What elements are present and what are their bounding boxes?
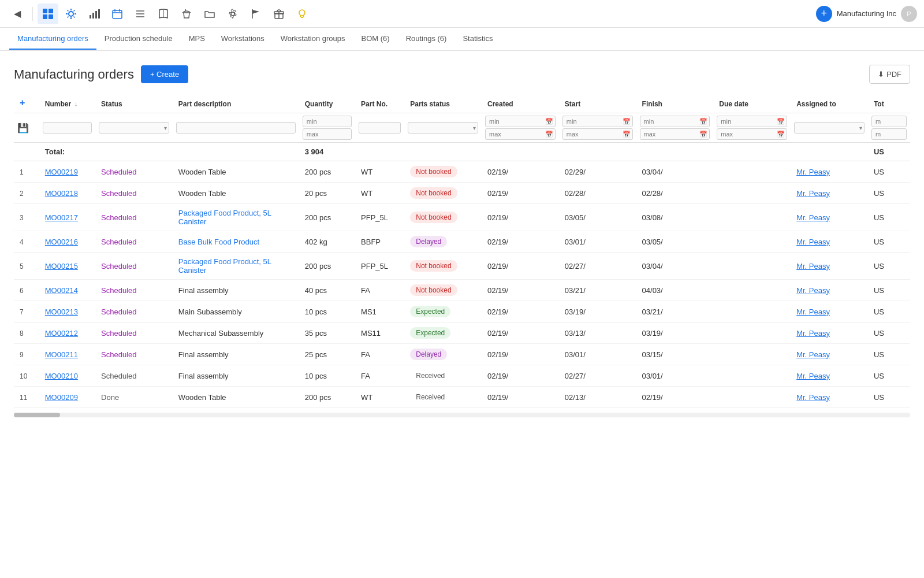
nav-manufacturing-orders[interactable]: Manufacturing orders [9,28,96,50]
order-link[interactable]: MO00209 [45,393,78,402]
status-text: Scheduled [101,286,136,295]
save-filter-icon[interactable]: 💾 [17,123,29,133]
created-date: 02/19/ [487,307,508,316]
filter-partno-input[interactable] [359,122,401,134]
add-row-button[interactable]: + [20,98,25,108]
assigned-person[interactable]: Mr. Peasy [796,307,830,316]
col-quantity-header[interactable]: Quantity [299,93,355,113]
bulb-icon[interactable] [292,3,312,24]
assigned-person[interactable]: Mr. Peasy [796,262,830,271]
col-created-header[interactable]: Created [482,93,559,113]
status-text: Scheduled [101,213,136,222]
filter-finish-max-wrap: 📅 [640,128,710,140]
gift-icon[interactable] [269,3,289,24]
part-description: Wooden Table [178,189,226,198]
table-row: 9 MO00211 Scheduled Final assembly 25 pc… [14,344,910,365]
filter-part-desc-input[interactable] [176,122,296,134]
nav-production-schedule[interactable]: Production schedule [96,28,181,50]
create-button[interactable]: + Create [141,65,188,83]
nav-routings[interactable]: Routings (6) [398,28,455,50]
order-link[interactable]: MO00219 [45,168,78,176]
flag-icon[interactable] [245,3,266,24]
order-link[interactable]: MO00210 [45,372,78,380]
row-number: 8 [20,329,24,338]
part-description[interactable]: Packaged Food Product, 5L Canister [178,209,271,226]
row-parts-status-cell: Received [404,365,482,387]
folder-icon[interactable] [199,3,220,24]
order-link[interactable]: MO00218 [45,189,78,198]
gear-icon[interactable] [222,3,243,24]
col-number-header[interactable]: Number ↓ [39,93,95,113]
horizontal-scrollbar[interactable] [14,413,910,417]
calendar-icon[interactable] [107,3,128,24]
nav-workstation-groups[interactable]: Workstation groups [273,28,353,50]
filter-qty-max-input[interactable] [303,128,352,140]
filter-parts-status-input[interactable] [408,122,478,134]
assigned-person[interactable]: Mr. Peasy [796,189,830,198]
row-partno-cell: MS11 [355,323,404,344]
col-status-header[interactable]: Status [95,93,173,113]
assigned-person[interactable]: Mr. Peasy [796,350,830,359]
bucket-icon[interactable] [176,3,197,24]
total-label: Total: [45,147,65,156]
book-icon[interactable] [153,3,174,24]
filter-number-input[interactable] [43,122,92,134]
row-finish-cell: 02/19/ [636,387,714,408]
filter-qty-min-input[interactable] [303,116,352,127]
sun-icon[interactable] [61,3,81,24]
nav-bom[interactable]: BOM (6) [353,28,398,50]
row-status-cell: Scheduled [95,280,173,301]
assigned-person[interactable]: Mr. Peasy [796,213,830,222]
total-desc-cell [173,143,299,161]
col-start-header[interactable]: Start [559,93,636,113]
assigned-person[interactable]: Mr. Peasy [796,168,830,176]
col-partno-header[interactable]: Part No. [355,93,404,113]
assigned-person[interactable]: Mr. Peasy [796,372,830,380]
chart-icon[interactable] [84,3,105,24]
assigned-person[interactable]: Mr. Peasy [796,329,830,338]
col-total-header[interactable]: Tot [868,93,910,113]
filter-total-min-input[interactable] [871,116,907,127]
order-link[interactable]: MO00216 [45,238,78,246]
col-parts-status-header[interactable]: Parts status [404,93,482,113]
order-link[interactable]: MO00212 [45,329,78,338]
row-created-cell: 02/19/ [482,280,559,301]
col-finish-header[interactable]: Finish [636,93,714,113]
add-new-button[interactable]: + [816,6,832,22]
row-part-desc-cell: Final assembly [173,280,299,301]
order-link[interactable]: MO00215 [45,262,78,271]
col-due-header[interactable]: Due date [713,93,791,113]
quantity-value: 20 pcs [305,189,327,198]
user-avatar[interactable]: P [901,6,917,22]
order-link[interactable]: MO00213 [45,307,78,316]
col-part-desc-header[interactable]: Part description [173,93,299,113]
assigned-person[interactable]: Mr. Peasy [796,393,830,402]
filter-assigned-input[interactable] [794,122,865,134]
assigned-person[interactable]: Mr. Peasy [796,238,830,246]
finish-date: 03/01/ [642,372,663,380]
list-icon[interactable] [130,3,151,24]
filter-status-input[interactable] [99,122,169,134]
order-link[interactable]: MO00211 [45,350,78,359]
col-add-header: + [14,93,39,113]
app-logo-icon[interactable] [38,3,58,24]
nav-mps[interactable]: MPS [181,28,213,50]
filter-number-cell [39,113,95,143]
nav-workstations[interactable]: Workstations [213,28,273,50]
back-button[interactable]: ◀ [7,3,28,24]
pdf-button[interactable]: ⬇ PDF [869,65,910,84]
filter-total-max-input[interactable] [871,128,907,140]
order-link[interactable]: MO00217 [45,213,78,222]
assigned-person[interactable]: Mr. Peasy [796,286,830,295]
part-description[interactable]: Base Bulk Food Product [178,238,259,246]
filter-created-max-cal-icon: 📅 [545,131,553,138]
created-date: 02/19/ [487,168,508,176]
scrollbar-thumb[interactable] [14,413,60,417]
col-assigned-header[interactable]: Assigned to [791,93,868,113]
part-description: Wooden Table [178,393,226,402]
row-finish-cell: 03/04/ [636,253,714,280]
nav-statistics[interactable]: Statistics [454,28,501,50]
order-link[interactable]: MO00214 [45,286,78,295]
part-description[interactable]: Packaged Food Product, 5L Canister [178,257,271,275]
row-assigned-cell: Mr. Peasy [791,161,868,183]
